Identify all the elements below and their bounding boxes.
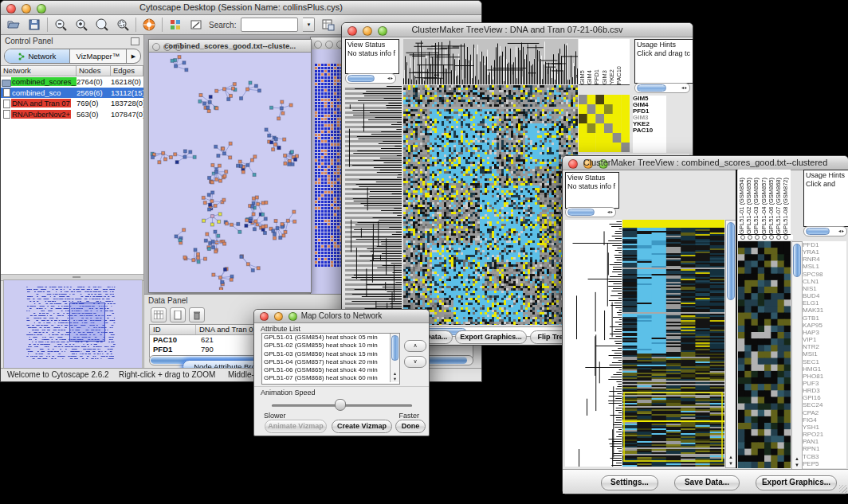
gene-label[interactable]: PEP5 bbox=[803, 460, 846, 467]
cytoscape-titlebar[interactable]: Cytoscape Desktop (Session Name: collins… bbox=[1, 1, 481, 15]
minimize-button[interactable] bbox=[325, 41, 333, 49]
attribute-item[interactable]: GPL51-02 (GSM855) heat shock 10 min bbox=[262, 342, 399, 350]
gene-label[interactable]: PAN1 bbox=[803, 438, 846, 445]
minimize-button[interactable] bbox=[163, 43, 171, 51]
zoom-fit-icon[interactable] bbox=[94, 17, 110, 33]
new-attribute-icon[interactable] bbox=[170, 307, 186, 322]
network-row[interactable]: RNAPuberNov2+ 563(0) 107847(0) bbox=[1, 109, 143, 120]
gene-label[interactable]: CPA2 bbox=[803, 409, 846, 416]
gene-label[interactable]: SEC24 bbox=[803, 401, 846, 408]
resize-grip[interactable] bbox=[839, 485, 847, 493]
done-button[interactable]: Done bbox=[395, 420, 426, 433]
zoom-selected-icon[interactable] bbox=[115, 17, 131, 33]
move-down-button[interactable]: ∨ bbox=[404, 356, 426, 368]
attribute-select-icon[interactable] bbox=[151, 307, 167, 322]
global-heatmap[interactable] bbox=[622, 220, 724, 467]
vizmap-icon[interactable] bbox=[167, 17, 183, 33]
search-dropdown-icon[interactable]: ▼ bbox=[303, 18, 315, 32]
gene-label[interactable]: MSL1 bbox=[803, 263, 846, 270]
detail-heatmap[interactable] bbox=[579, 95, 630, 152]
attribute-item[interactable]: GPL51-01 (GSM854) heat shock 05 min bbox=[262, 334, 399, 342]
search-input[interactable] bbox=[241, 18, 298, 32]
treeview2-titlebar[interactable]: ClusterMaker TreeView : combined_scores_… bbox=[563, 156, 848, 170]
row-dendrogram[interactable] bbox=[345, 85, 402, 325]
gene-label[interactable]: RPO21 bbox=[803, 431, 846, 438]
gene-label[interactable]: MON2 bbox=[803, 467, 846, 468]
col-network[interactable]: Network bbox=[1, 66, 77, 76]
zoom-button[interactable] bbox=[175, 43, 183, 51]
gene-label[interactable]: NTR2 bbox=[803, 343, 846, 350]
gene-label[interactable]: PUF3 bbox=[803, 380, 846, 387]
col-nodes[interactable]: Nodes bbox=[77, 66, 111, 76]
network-row[interactable]: DNA and Tran 07 769(0) 183728(0) bbox=[1, 98, 143, 109]
col-id[interactable]: ID bbox=[150, 325, 196, 334]
close-button[interactable] bbox=[152, 43, 160, 51]
col-edges[interactable]: Edges bbox=[111, 66, 143, 76]
row-dendrogram[interactable] bbox=[565, 220, 622, 467]
attribute-item[interactable]: GPL51-04 (GSM857) heat shock 20 min bbox=[262, 358, 399, 366]
gene-label[interactable]: NIS1 bbox=[803, 285, 846, 292]
open-icon[interactable] bbox=[6, 17, 22, 33]
network-row[interactable]: combined_scores_ 2764(0) 16218(0) bbox=[1, 76, 143, 88]
gene-label[interactable]: GPI16 bbox=[803, 394, 846, 401]
heatmap-vscrollbar[interactable]: ▲ ▼ bbox=[725, 220, 736, 468]
attribute-item[interactable]: GPL51-03 (GSM856) heat shock 15 min bbox=[262, 350, 399, 358]
gene-label[interactable]: HAP3 bbox=[803, 329, 846, 336]
gene-label[interactable]: KAP95 bbox=[803, 322, 846, 329]
gene-label[interactable]: MAK31 bbox=[803, 307, 846, 314]
view-status-scrollbar[interactable]: ◂▸ bbox=[565, 207, 616, 217]
gene-label[interactable]: GTB1 bbox=[803, 315, 846, 322]
settings-button[interactable]: Settings... bbox=[601, 475, 658, 490]
network-view-window-1[interactable]: combined_scores_good.txt--cluste... bbox=[148, 39, 312, 293]
detail-heatmap[interactable] bbox=[738, 241, 791, 468]
attribute-item[interactable]: GPL51-07 (GSM868) heat shock 60 min bbox=[262, 374, 399, 382]
help-lifesaver-icon[interactable] bbox=[141, 17, 157, 33]
gene-label[interactable]: SPC98 bbox=[803, 271, 846, 278]
move-up-button[interactable]: ∧ bbox=[404, 340, 426, 352]
delete-attribute-icon[interactable] bbox=[189, 307, 205, 322]
gene-label[interactable]: RNR4 bbox=[803, 256, 846, 263]
gene-label[interactable]: ELG1 bbox=[803, 299, 846, 307]
gene-label[interactable]: SEC1 bbox=[803, 358, 846, 365]
save-data-button[interactable]: Save Data... bbox=[674, 475, 740, 490]
tab-network[interactable]: Network bbox=[5, 49, 70, 63]
gene-label[interactable]: BUD4 bbox=[803, 292, 846, 299]
zoom-in-icon[interactable] bbox=[73, 17, 89, 33]
tab-overflow-icon[interactable]: ▶ bbox=[127, 49, 140, 63]
zoom-out-icon[interactable] bbox=[53, 17, 69, 33]
treeview1-titlebar[interactable]: ClusterMaker TreeView : DNA and Tran 07-… bbox=[342, 23, 693, 37]
gene-label[interactable]: PFD1 bbox=[803, 241, 846, 248]
import-table-icon[interactable] bbox=[320, 17, 336, 33]
create-vizmap-button[interactable]: Create Vizmap bbox=[332, 420, 392, 433]
gene-label[interactable]: HMG1 bbox=[803, 365, 846, 373]
network-row[interactable]: combined_sco 2569(6) 13112(15) bbox=[1, 88, 143, 99]
gene-label[interactable]: HRD3 bbox=[803, 387, 846, 394]
view-status-scrollbar[interactable]: ◂▸ bbox=[345, 73, 396, 84]
gene-label[interactable]: PHO81 bbox=[803, 373, 846, 380]
save-icon[interactable] bbox=[26, 17, 42, 33]
dialog-titlebar[interactable]: Map Colors to Network bbox=[254, 310, 429, 323]
gene-label[interactable]: YRA1 bbox=[803, 248, 846, 256]
network-overview-thumbnail[interactable] bbox=[3, 279, 143, 369]
export-graphics-button[interactable]: Export Graphics... bbox=[455, 330, 527, 344]
float-panel-icon[interactable] bbox=[131, 37, 139, 45]
network-canvas[interactable] bbox=[150, 53, 308, 290]
gene-label[interactable]: VIP1 bbox=[803, 336, 846, 343]
gene-label[interactable]: TCB3 bbox=[803, 453, 846, 460]
annotation-icon[interactable] bbox=[188, 17, 204, 33]
gene-label[interactable]: CLN1 bbox=[803, 278, 846, 285]
animation-speed-slider-thumb[interactable] bbox=[335, 399, 346, 411]
global-heatmap[interactable] bbox=[403, 85, 578, 325]
panel-divider[interactable] bbox=[736, 170, 737, 468]
gene-label[interactable]: YSH1 bbox=[803, 424, 846, 431]
close-button[interactable] bbox=[314, 41, 322, 49]
animate-vizmap-button[interactable]: Animate Vizmap bbox=[265, 420, 327, 433]
tab-vizmapper[interactable]: VizMapper™ bbox=[70, 49, 127, 63]
gene-label[interactable]: FIG4 bbox=[803, 416, 846, 424]
export-graphics-button[interactable]: Export Graphics... bbox=[756, 475, 837, 490]
usage-hints-scrollbar[interactable]: ◂▸ bbox=[803, 226, 847, 236]
gene-label[interactable]: MSI1 bbox=[803, 350, 846, 357]
attribute-item[interactable]: GPL51-06 (GSM865) heat shock 40 min bbox=[262, 366, 399, 374]
attribute-list[interactable]: GPL51-01 (GSM854) heat shock 05 minGPL51… bbox=[261, 333, 400, 385]
column-dendrogram[interactable] bbox=[403, 39, 578, 84]
